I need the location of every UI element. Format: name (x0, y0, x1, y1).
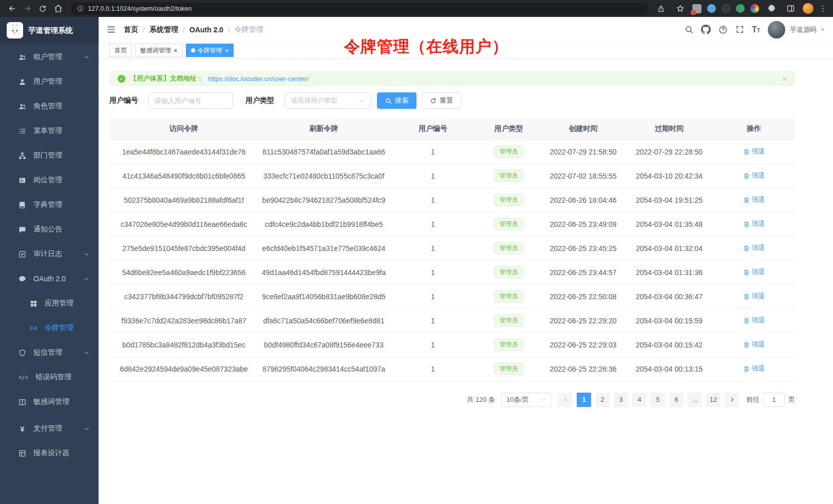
sidebar-item-tenant[interactable]: 租户管理 (0, 45, 99, 69)
sidebar-item-user[interactable]: 用户管理 (0, 69, 99, 94)
cell-expire-time: 2054-03-04 00:15:42 (626, 333, 713, 357)
user-avatar[interactable] (768, 21, 785, 38)
cell-expire-time: 2054-03-04 19:51:25 (626, 188, 713, 212)
user-type-select[interactable]: 请选择用户类型 (285, 92, 371, 109)
app-logo[interactable]: 芋道管理系统 (0, 17, 99, 44)
fullscreen-icon[interactable] (735, 25, 744, 34)
page-size-select[interactable]: 10条/页 (501, 393, 551, 407)
doc-link[interactable]: https://doc.iocoder.cn/user-center/ (208, 75, 309, 83)
sidebar-item-dict[interactable]: 字典管理 (0, 192, 99, 217)
dark-extension-icon[interactable] (722, 4, 730, 13)
home-icon[interactable] (51, 2, 65, 15)
force-logout-button[interactable]: 强退 (743, 195, 765, 204)
breadcrumb-system[interactable]: 系统管理 (149, 25, 178, 34)
tab-home[interactable]: 首页 (109, 44, 132, 57)
extension-red-badge-icon[interactable] (692, 4, 702, 13)
font-size-icon[interactable]: TT (752, 26, 760, 34)
page-button-12[interactable]: 12 (706, 393, 721, 407)
force-logout-button[interactable]: 强退 (743, 243, 765, 253)
sidebar-item-report-designer[interactable]: 报表设计器 (0, 441, 99, 466)
back-icon[interactable] (5, 2, 18, 15)
green-extension-icon[interactable] (736, 4, 745, 13)
sidebar-item-notice[interactable]: 通知公告 (0, 217, 99, 242)
breadcrumb-home[interactable]: 首页 (124, 25, 138, 34)
blue-extension-icon[interactable] (707, 4, 716, 13)
force-logout-button[interactable]: 强退 (743, 219, 765, 228)
page-button-6[interactable]: 6 (669, 393, 684, 407)
cell-user-id: 1 (389, 308, 477, 333)
force-logout-button[interactable]: 强退 (743, 171, 765, 180)
cell-access-token: 41c41346a548490f9dc8b01c6bfe0865 (109, 164, 258, 188)
cell-expire-time: 2054-03-10 20:42:34 (626, 164, 713, 188)
sidebar-item-oauth-token[interactable]: 令牌管理 (0, 316, 99, 340)
prev-page-button[interactable] (558, 393, 573, 407)
browser-menu-icon[interactable]: ⋮ (819, 4, 827, 13)
chevron-down-icon (84, 350, 89, 356)
forward-icon[interactable] (21, 2, 34, 15)
goto-page-input[interactable] (763, 393, 785, 407)
search-button[interactable]: 搜索 (377, 92, 416, 109)
sidebar-item-oauth-app[interactable]: 应用管理 (0, 291, 99, 316)
page-button-2[interactable]: 2 (595, 393, 610, 407)
sidebar-item-error-code[interactable]: </> 错误码管理 (0, 365, 99, 390)
tab-token-management[interactable]: 令牌管理 × (186, 44, 234, 57)
sidebar-item-oauth[interactable]: OAuth 2.0 (0, 266, 99, 291)
user-type-badge: 管理员 (495, 290, 523, 303)
cell-user-id: 1 (389, 236, 477, 260)
force-logout-button[interactable]: 强退 (743, 292, 765, 301)
github-icon[interactable] (701, 25, 711, 34)
force-logout-button[interactable]: 强退 (743, 267, 765, 277)
help-icon[interactable] (718, 25, 728, 34)
sidebar-item-menu[interactable]: 菜单管理 (0, 119, 99, 143)
browser-profile-avatar[interactable] (803, 3, 813, 14)
page-button-4[interactable]: 4 (632, 393, 647, 407)
sidebar-item-payment[interactable]: ¥ 支付管理 (0, 416, 99, 441)
page-button-3[interactable]: 3 (614, 393, 628, 407)
search-icon[interactable] (685, 25, 693, 34)
colorful-extension-icon[interactable] (750, 4, 759, 13)
share-icon[interactable] (654, 2, 668, 15)
col-user-id: 用户编号 (389, 118, 477, 140)
force-logout-button[interactable]: 强退 (743, 147, 765, 156)
cell-refresh-token: 811c530487574fa0af1a59d3abc1aa66 (258, 140, 389, 164)
cell-user-type: 管理员 (477, 308, 541, 333)
cell-actions: 强退 (713, 164, 795, 188)
sidebar-item-label: OAuth 2.0 (33, 275, 66, 283)
side-panel-icon[interactable] (784, 2, 797, 15)
sidebar-item-sensitive-words[interactable]: 敏感词管理 (0, 390, 99, 414)
force-logout-button[interactable]: 强退 (743, 316, 765, 325)
site-info-icon[interactable] (77, 5, 84, 12)
sidebar-item-sms[interactable]: 短信管理 (0, 340, 99, 365)
close-icon[interactable]: × (225, 47, 229, 54)
chevron-down-icon[interactable] (820, 27, 825, 32)
tab-sensitive-words[interactable]: 敏感词管理 × (135, 44, 183, 57)
page-button-1[interactable]: 1 (577, 393, 591, 407)
cell-refresh-token: b0df4980ffd34c67a08f9156e4eee733 (258, 333, 389, 357)
bookmark-star-icon[interactable] (673, 2, 687, 15)
sidebar-item-role[interactable]: 角色管理 (0, 94, 99, 119)
breadcrumb-oauth[interactable]: OAuth 2.0 (190, 26, 223, 34)
total-count: 共 120 条 (467, 395, 495, 404)
sidebar-item-label: 应用管理 (45, 299, 73, 308)
force-logout-button[interactable]: 强退 (743, 340, 765, 349)
hamburger-icon[interactable] (106, 25, 116, 34)
filter-bar: 用户编号 用户类型 请选择用户类型 搜索 重置 (109, 92, 795, 109)
close-icon[interactable]: × (174, 47, 178, 54)
table-row: 41c41346a548490f9dc8b01c6bfe0865 333ecfc… (109, 164, 795, 188)
force-logout-button[interactable]: 强退 (743, 364, 765, 373)
url-bar[interactable]: 127.0.0.1:1024/system/oauth2/token (71, 3, 648, 15)
username[interactable]: 芋道源码 (790, 25, 817, 34)
close-icon[interactable]: × (782, 75, 787, 83)
breadcrumb: 首页 / 系统管理 / OAuth 2.0 / 令牌管理 (124, 25, 263, 34)
page-button-5[interactable]: 5 (651, 393, 665, 407)
reset-button[interactable]: 重置 (422, 92, 461, 109)
reload-icon[interactable] (36, 2, 49, 15)
sidebar-item-post[interactable]: 岗位管理 (0, 168, 99, 192)
user-id-input[interactable] (148, 92, 233, 109)
puzzle-extensions-icon[interactable] (765, 2, 778, 15)
page-ellipsis[interactable]: ... (688, 393, 702, 407)
col-access-token: 访问令牌 (109, 118, 258, 140)
sidebar-item-audit-log[interactable]: 审计日志 (0, 242, 99, 266)
next-page-button[interactable] (725, 393, 739, 407)
sidebar-item-dept[interactable]: 部门管理 (0, 143, 99, 168)
